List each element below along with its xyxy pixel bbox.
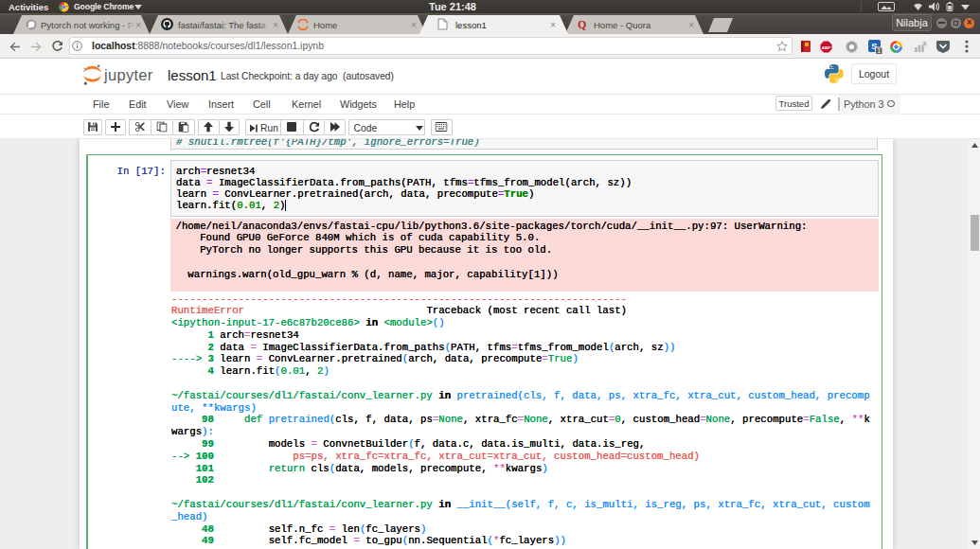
svg-text:ABP: ABP [822, 45, 830, 50]
svg-text:1: 1 [877, 47, 881, 54]
